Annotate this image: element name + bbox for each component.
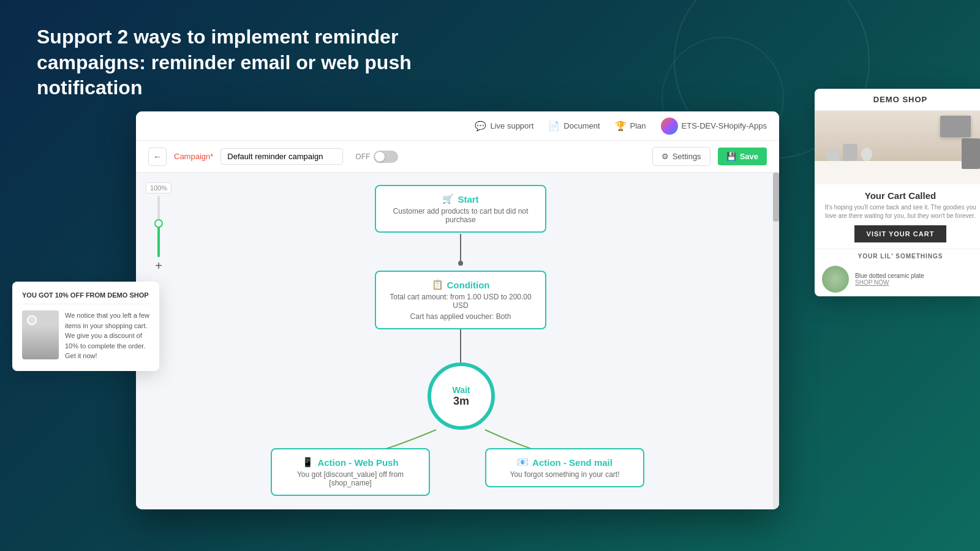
back-button[interactable]: ← xyxy=(148,148,167,166)
settings-label: Settings xyxy=(673,152,701,161)
action-webpush-node[interactable]: 📱 Action - Web Push You got [discount_va… xyxy=(271,448,430,496)
webpush-popup: YOU GOT 10% OFF FROM DEMO SHOP We notice… xyxy=(12,282,159,371)
campaign-field-label: Campaign* xyxy=(174,152,213,161)
sendmail-icon: 📧 xyxy=(517,457,529,468)
email-cart-title: Your Cart Called xyxy=(815,184,980,203)
popup-body: We notice that you left a few items in y… xyxy=(22,310,149,361)
action-sendmail-desc: You forgot something in your cart! xyxy=(496,470,633,479)
required-marker: * xyxy=(210,152,213,161)
popup-image xyxy=(22,310,59,359)
toggle-label: OFF xyxy=(355,152,370,161)
scrollbar[interactable] xyxy=(773,173,779,509)
email-section-title: YOUR LIL' SOMETHINGS xyxy=(815,249,980,262)
toggle-knob xyxy=(375,152,385,162)
email-cart-subtitle: It's hoping you'll come back and see it.… xyxy=(815,203,980,225)
trophy-icon: 🏆 xyxy=(615,121,627,132)
condition-icon: 📋 xyxy=(432,279,443,290)
wait-node-title: Wait xyxy=(452,385,470,395)
zoom-control: 100% + xyxy=(146,182,172,272)
wait-value: 3m xyxy=(453,395,469,408)
email-shop-now-link[interactable]: SHOP NOW xyxy=(855,279,924,286)
document-icon: 📄 xyxy=(548,121,560,132)
start-node-title: 🛒 Start xyxy=(386,193,535,204)
svg-point-1 xyxy=(458,261,463,266)
zoom-level: 100% xyxy=(146,182,172,193)
app-window: 💬 Live support 📄 Document 🏆 Plan ETS-DEV… xyxy=(136,111,779,509)
webpush-icon: 📱 xyxy=(302,457,314,468)
campaign-name-input[interactable] xyxy=(221,148,343,165)
zoom-plus-button[interactable]: + xyxy=(155,260,162,272)
zoom-knob xyxy=(154,219,163,228)
headline: Support 2 ways to implement reminder cam… xyxy=(37,24,453,101)
topbar: 💬 Live support 📄 Document 🏆 Plan ETS-DEV… xyxy=(136,111,779,141)
cart-icon: 🛒 xyxy=(442,193,454,204)
document-label: Document xyxy=(564,121,600,130)
action-webpush-desc: You got [discount_value] off from [shop_… xyxy=(282,470,419,487)
settings-icon: ⚙ xyxy=(662,152,669,161)
action-sendmail-node[interactable]: 📧 Action - Send mail You forgot somethin… xyxy=(485,448,644,487)
condition-line1: Total cart amount: from 1.00 USD to 200.… xyxy=(386,293,535,310)
email-hero-image xyxy=(815,111,980,184)
plan-link[interactable]: 🏆 Plan xyxy=(615,121,646,132)
email-product-name: Blue dotted ceramic plate xyxy=(855,272,924,279)
action-webpush-title: 📱 Action - Web Push xyxy=(282,457,419,468)
popup-text: We notice that you left a few items in y… xyxy=(65,310,149,361)
avatar xyxy=(661,118,678,135)
action-sendmail-title: 📧 Action - Send mail xyxy=(496,457,633,468)
condition-node[interactable]: 📋 Condition Total cart amount: from 1.00… xyxy=(375,271,546,329)
settings-button[interactable]: ⚙ Settings xyxy=(652,147,710,166)
toggle-container: OFF xyxy=(355,151,398,163)
flow-canvas: 100% + xyxy=(136,173,779,509)
scroll-thumb xyxy=(773,173,779,222)
plan-label: Plan xyxy=(630,121,646,130)
live-support-link[interactable]: 💬 Live support xyxy=(475,121,533,132)
condition-node-title: 📋 Condition xyxy=(386,279,535,290)
user-profile[interactable]: ETS-DEV-SHopify-Apps xyxy=(661,118,767,135)
start-node-desc: Customer add products to cart but did no… xyxy=(386,207,535,224)
save-button[interactable]: 💾 Save xyxy=(718,148,767,165)
username-label: ETS-DEV-SHopify-Apps xyxy=(682,121,767,130)
email-product-image xyxy=(822,266,849,293)
live-support-label: Live support xyxy=(490,121,533,130)
email-shop-name: DEMO SHOP xyxy=(815,89,980,111)
save-label: Save xyxy=(740,152,758,161)
popup-title: YOU GOT 10% OFF FROM DEMO SHOP xyxy=(22,291,149,304)
popup-avatar-dot xyxy=(27,315,37,325)
support-icon: 💬 xyxy=(475,121,486,132)
email-product-details: Blue dotted ceramic plate SHOP NOW xyxy=(855,272,924,286)
email-preview-panel: DEMO SHOP Your Cart Called It's hoping y… xyxy=(815,89,980,296)
campaign-toggle[interactable] xyxy=(374,151,398,163)
document-link[interactable]: 📄 Document xyxy=(548,121,600,132)
email-product-row: Blue dotted ceramic plate SHOP NOW xyxy=(815,262,980,296)
start-node[interactable]: 🛒 Start Customer add products to cart bu… xyxy=(375,185,546,233)
condition-line2: Cart has applied voucher: Both xyxy=(386,312,535,321)
email-cta-button[interactable]: VISIT YOUR CART xyxy=(854,225,947,242)
wait-node[interactable]: Wait 3m xyxy=(428,362,495,430)
toolbar: ← Campaign* OFF ⚙ Settings 💾 Save xyxy=(136,141,779,173)
zoom-slider[interactable] xyxy=(157,196,160,257)
save-icon: 💾 xyxy=(726,152,736,161)
